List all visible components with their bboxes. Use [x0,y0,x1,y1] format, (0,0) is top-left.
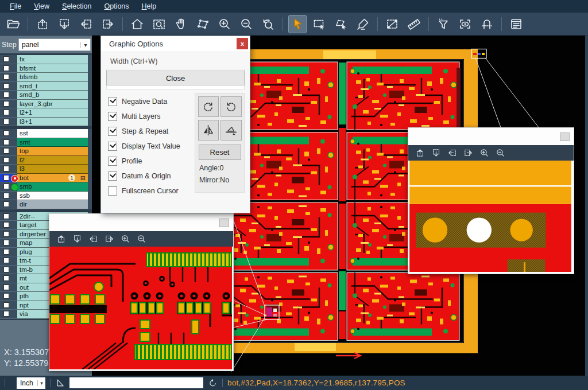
menu-options[interactable]: Options [98,0,135,13]
layer-visibility-checkbox[interactable] [0,301,13,310]
menu-help[interactable]: Help [136,0,163,13]
layer-visibility-checkbox[interactable] [0,230,13,239]
layer-name[interactable]: l2+1 [17,108,88,118]
toolbar-clear-brush-button[interactable] [354,15,372,33]
toolbar-select-cursor-button[interactable] [288,15,307,33]
layer-visibility-checkbox[interactable] [0,100,13,109]
layer-visibility-checkbox[interactable] [0,274,13,283]
option-fullscreen-cursor[interactable]: Fullscreen Cursor [108,184,180,198]
layer-visibility-checkbox[interactable] [0,212,13,221]
layer-visibility-checkbox[interactable] [0,239,13,248]
layer-name[interactable]: ssb [17,192,88,201]
layer-visibility-checkbox[interactable] [0,82,13,91]
layer-visibility-checkbox[interactable] [0,165,13,174]
popup-zoom-out-button[interactable] [494,147,506,159]
layer-visibility-checkbox[interactable] [0,138,13,147]
dialog-title-bar[interactable]: Graphic Options x [101,36,250,52]
toolbar-report-list-button[interactable] [507,15,525,33]
rotate-cw-button[interactable] [198,96,219,117]
option-negative-data[interactable]: Negative Data [108,94,180,109]
close-icon[interactable]: x [237,38,248,49]
layer-name[interactable]: fx [17,55,88,64]
layer-visibility-checkbox[interactable] [0,192,13,201]
flip-vertical-button[interactable] [220,120,242,141]
popup-pan-right-button[interactable] [462,147,474,159]
layer-visibility-checkbox[interactable] [0,283,13,292]
option-datum-origin[interactable]: Datum & Origin [108,169,180,184]
layer-visibility-checkbox[interactable] [0,200,13,209]
layer-name[interactable]: sst [17,129,88,138]
layer-name[interactable]: layer_3.gbr [17,100,88,109]
menu-selection[interactable]: Selection [56,0,98,13]
toolbar-select-rectangle-button[interactable] [310,15,328,33]
popup-pan-up-button[interactable] [55,233,67,245]
toolbar-pan-up-button[interactable] [33,15,52,33]
reset-button[interactable]: Reset [199,145,241,160]
flip-horizontal-button[interactable] [198,120,219,141]
layer-visibility-checkbox[interactable] [0,310,13,319]
toolbar-pan-left-button[interactable] [77,15,95,33]
rotate-ccw-button[interactable] [220,96,242,117]
popup-title-bar[interactable] [408,128,574,145]
window-button[interactable] [219,219,229,227]
layer-name[interactable]: bot1⊞ [17,174,88,183]
toolbar-home-view-button[interactable] [128,15,146,33]
layer-visibility-checkbox[interactable] [0,156,13,165]
layer-name[interactable]: bfsmb [17,73,88,82]
layer-name[interactable]: smb [17,182,88,192]
toolbar-highlight-view-button[interactable] [456,15,474,33]
layer-name[interactable]: smd_b [17,91,88,100]
layer-name[interactable]: l3 [17,165,88,174]
layer-visibility-checkbox[interactable] [0,248,13,257]
layer-visibility-checkbox[interactable] [0,292,13,301]
toolbar-zoom-in-button[interactable] [215,15,234,33]
layer-visibility-checkbox[interactable] [0,118,13,127]
toolbar-filter-button[interactable] [434,15,452,33]
option-display-text-value[interactable]: Display Text Value [108,139,180,154]
menu-view[interactable]: View [28,0,56,13]
step-select[interactable]: panel ▾ [18,38,91,51]
toolbar-zoom-out-button[interactable] [237,15,256,33]
toolbar-measure-ruler-button[interactable] [405,15,423,33]
popup-zoom-view[interactable] [408,161,574,272]
toolbar-zoom-polygon-button[interactable] [194,15,212,33]
layer-visibility-checkbox[interactable] [0,108,13,118]
option-step-repeat[interactable]: Step & Repeat [108,124,180,139]
popup-zoom-in-button[interactable] [119,233,131,245]
popup-zoom-out-button[interactable] [135,233,148,245]
layer-visibility-checkbox[interactable] [0,91,13,100]
toolbar-open-folder-button[interactable] [4,15,22,33]
layer-visibility-checkbox[interactable] [0,73,13,82]
toolbar-net-query-button[interactable] [478,15,496,33]
popup-pan-left-button[interactable] [87,233,99,245]
layer-name[interactable]: smd_t [17,82,88,91]
unit-select[interactable]: Inch ▾ [17,377,45,389]
layer-visibility-checkbox[interactable] [0,64,13,73]
toolbar-measure-distance-button[interactable] [383,15,401,33]
popup-pan-right-button[interactable] [103,233,115,245]
toolbar-pan-right-button[interactable] [99,15,117,33]
menu-file[interactable]: File [3,0,28,13]
option-multi-layers[interactable]: Multi Layers [108,109,180,124]
layer-visibility-checkbox[interactable] [0,55,13,64]
toolbar-zoom-previous-button[interactable] [259,15,277,33]
layer-name[interactable]: l2 [17,156,88,165]
popup-pan-down-button[interactable] [71,233,83,245]
layer-visibility-checkbox[interactable] [0,221,13,230]
popup-pan-left-button[interactable] [446,147,458,159]
option-profile[interactable]: Profile [108,154,180,169]
popup-pan-down-button[interactable] [430,147,442,159]
layer-name[interactable]: bfsmt [17,64,88,73]
popup-title-bar[interactable] [49,214,233,231]
layer-name[interactable]: l3+1 [17,118,88,127]
layer-visibility-checkbox[interactable] [0,256,13,266]
popup-zoom-view[interactable] [49,247,233,369]
popup-pan-up-button[interactable] [413,147,426,159]
layer-visibility-checkbox[interactable] [0,147,13,156]
toolbar-zoom-window-button[interactable] [150,15,168,33]
command-input[interactable] [69,377,203,388]
layer-name[interactable]: dir [17,200,88,209]
toolbar-select-polygon-button[interactable] [332,15,350,33]
popup-zoom-in-button[interactable] [478,147,490,159]
window-button[interactable] [560,132,570,141]
